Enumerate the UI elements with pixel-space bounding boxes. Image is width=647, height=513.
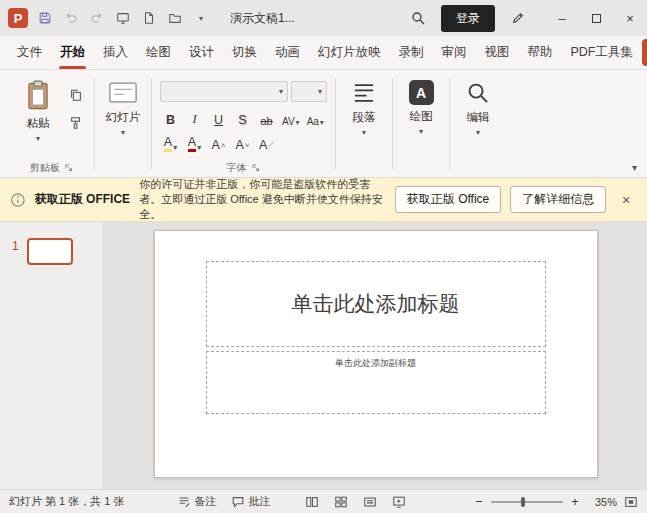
reading-view-button[interactable]: [363, 495, 377, 509]
title-placeholder-text: 单击此处添加标题: [292, 290, 460, 318]
drawing-button[interactable]: A 绘图 ▾: [397, 74, 445, 136]
slide-thumbnails-panel: 1: [0, 222, 104, 489]
slide-sorter-icon: [334, 495, 348, 509]
normal-view-icon: [305, 495, 319, 509]
slide-editor[interactable]: 单击此处添加标题 单击此处添加副标题: [154, 230, 598, 478]
paste-button[interactable]: 粘贴 ▾: [14, 74, 62, 143]
tab-record[interactable]: 录制: [390, 36, 433, 69]
zoom-in-icon[interactable]: +: [567, 494, 583, 509]
strikethrough-button[interactable]: ab: [256, 107, 277, 127]
undo-icon[interactable]: [58, 4, 84, 32]
text-highlight-button[interactable]: A▾: [160, 132, 181, 152]
notification-message: 你的许可证并非正版，你可能是盗版软件的受害者。立即通过正版 Office 避免中…: [139, 177, 386, 222]
tab-draw[interactable]: 绘图: [137, 36, 180, 69]
slideshow-view-icon: [392, 495, 406, 509]
slides-group: 幻灯片 ▾: [99, 74, 147, 177]
editing-magnifier-icon: [465, 80, 491, 106]
copy-button[interactable]: [64, 86, 88, 104]
tab-pdf-tools[interactable]: PDF工具集: [562, 36, 643, 69]
tab-design[interactable]: 设计: [180, 36, 223, 69]
drawing-label: 绘图: [410, 109, 433, 124]
drawing-group: A 绘图 ▾: [397, 74, 445, 177]
clipboard-dialog-launcher-icon[interactable]: [64, 163, 74, 173]
decrease-font-size-button[interactable]: A˅: [232, 132, 253, 152]
quick-access-toolbar-more-icon[interactable]: ▾: [188, 4, 214, 32]
tab-transitions[interactable]: 切换: [223, 36, 266, 69]
share-button[interactable]: 共享 ▾: [642, 39, 647, 66]
tab-insert[interactable]: 插入: [94, 36, 137, 69]
view-switcher: [305, 495, 406, 509]
subtitle-placeholder[interactable]: 单击此处添加副标题: [206, 351, 546, 414]
tab-home[interactable]: 开始: [51, 36, 94, 69]
tab-slideshow[interactable]: 幻灯片放映: [309, 36, 390, 69]
reading-view-icon: [363, 495, 377, 509]
new-slide-icon: [108, 80, 138, 106]
new-slide-button[interactable]: 幻灯片 ▾: [99, 74, 147, 137]
paragraph-group: 段落 ▾: [340, 74, 388, 177]
zoom-slider-thumb[interactable]: [521, 497, 525, 507]
slideshow-from-beginning-icon[interactable]: [110, 4, 136, 32]
paragraph-label: 段落: [353, 110, 376, 125]
get-genuine-office-button[interactable]: 获取正版 Office: [395, 186, 501, 213]
italic-button[interactable]: I: [184, 107, 205, 127]
font-name-select[interactable]: ▾: [160, 81, 288, 102]
minimize-button[interactable]: –: [545, 0, 579, 36]
format-painter-button[interactable]: [64, 114, 88, 132]
title-placeholder[interactable]: 单击此处添加标题: [206, 261, 546, 347]
slide-thumbnail-row: 1: [0, 238, 103, 265]
clear-formatting-button[interactable]: A⟋: [256, 132, 277, 152]
bold-button[interactable]: B: [160, 107, 181, 127]
editing-button[interactable]: 编辑 ▾: [454, 74, 502, 137]
comments-button[interactable]: 批注: [231, 494, 271, 509]
redo-icon[interactable]: [84, 4, 110, 32]
tab-animations[interactable]: 动画: [266, 36, 309, 69]
search-icon[interactable]: [405, 4, 431, 32]
new-document-icon[interactable]: [136, 4, 162, 32]
notes-button[interactable]: 备注: [177, 494, 217, 509]
slides-label: 幻灯片: [106, 110, 141, 125]
increase-font-size-button[interactable]: A˄: [208, 132, 229, 152]
paste-clipboard-icon: [24, 80, 52, 112]
powerpoint-window: P ▾ 演示文稿1... 登录 – ×: [0, 0, 647, 513]
zoom-slider[interactable]: [491, 501, 563, 503]
notification-title: 获取正版 OFFICE: [35, 191, 130, 208]
ink-pen-icon[interactable]: [505, 4, 531, 32]
slide-canvas: 单击此处添加标题 单击此处添加副标题: [104, 222, 647, 489]
editing-label: 编辑: [467, 110, 490, 125]
group-divider: [94, 78, 95, 169]
tab-view[interactable]: 视图: [476, 36, 519, 69]
underline-button[interactable]: U: [208, 107, 229, 127]
font-group: ▾ ▾ B I U S ab AV▾ Aa▾ A▾ A▾: [156, 74, 331, 177]
collapse-ribbon-icon[interactable]: ▾: [632, 162, 637, 173]
tab-help[interactable]: 帮助: [519, 36, 562, 69]
notification-close-icon[interactable]: ×: [615, 192, 637, 208]
clipboard-group: 粘贴 ▾ 剪贴板: [14, 74, 90, 177]
normal-view-button[interactable]: [305, 495, 319, 509]
open-folder-icon[interactable]: [162, 4, 188, 32]
maximize-button[interactable]: [579, 0, 613, 36]
text-shadow-button[interactable]: S: [232, 107, 253, 127]
license-notification-bar: 获取正版 OFFICE 你的许可证并非正版，你可能是盗版软件的受害者。立即通过正…: [0, 178, 647, 222]
save-icon[interactable]: [32, 4, 58, 32]
slide-sorter-view-button[interactable]: [334, 495, 348, 509]
character-spacing-button[interactable]: AV▾: [280, 107, 302, 127]
login-button[interactable]: 登录: [441, 5, 495, 32]
close-button[interactable]: ×: [613, 0, 647, 36]
font-size-select[interactable]: ▾: [291, 81, 327, 102]
zoom-level[interactable]: 35%: [587, 496, 617, 508]
slide-number: 1: [12, 239, 19, 253]
font-dialog-launcher-icon[interactable]: [251, 163, 261, 173]
tab-review[interactable]: 审阅: [433, 36, 476, 69]
paragraph-button[interactable]: 段落 ▾: [340, 74, 388, 137]
slide-thumbnail[interactable]: [27, 238, 73, 265]
paragraph-lines-icon: [351, 80, 377, 106]
slideshow-view-button[interactable]: [392, 495, 406, 509]
change-case-button[interactable]: Aa▾: [305, 107, 326, 127]
fit-slide-to-window-button[interactable]: [624, 495, 638, 509]
powerpoint-app-icon[interactable]: P: [8, 8, 28, 28]
editing-dropdown-icon: ▾: [476, 129, 480, 137]
zoom-out-icon[interactable]: −: [471, 494, 487, 509]
tab-file[interactable]: 文件: [8, 36, 51, 69]
font-color-button[interactable]: A▾: [184, 132, 205, 152]
learn-more-button[interactable]: 了解详细信息: [510, 186, 606, 213]
